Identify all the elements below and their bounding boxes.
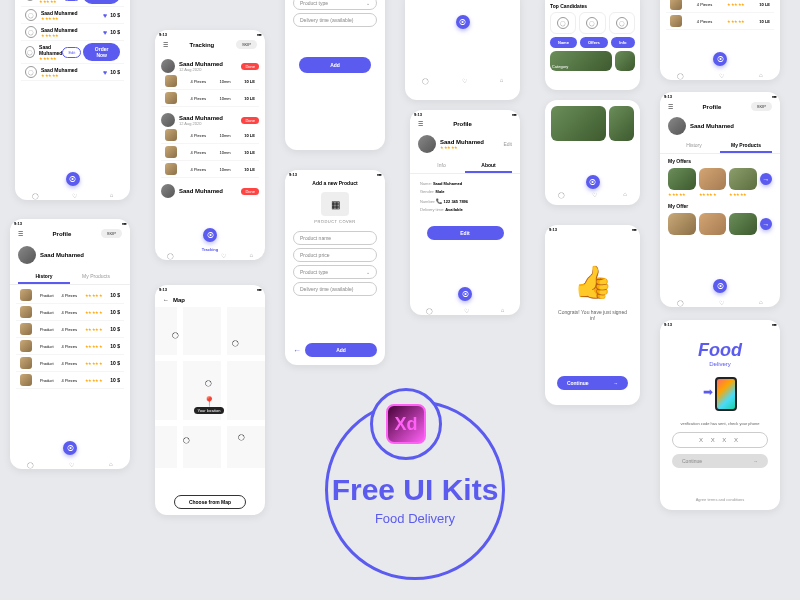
menu-icon[interactable]: ☰: [163, 41, 168, 48]
edit-button[interactable]: Edit: [62, 0, 81, 1]
location-fab[interactable]: ⦿: [713, 279, 727, 293]
add-button[interactable]: Add: [299, 57, 370, 73]
bottom-nav: ◯ ♡ ⌂: [10, 459, 130, 469]
product-thumb[interactable]: [729, 213, 757, 235]
candidate-card[interactable]: [609, 12, 635, 34]
location-fab[interactable]: ⦿: [66, 172, 80, 186]
heart-icon[interactable]: ♡: [592, 191, 597, 198]
home-icon[interactable]: ⌂: [109, 461, 113, 467]
heart-icon[interactable]: ♥: [103, 12, 107, 19]
tab-products[interactable]: My Products: [720, 139, 772, 153]
name-input[interactable]: Product name: [293, 231, 377, 245]
user-icon[interactable]: ◯: [167, 252, 174, 259]
rating-stars: ★★★★★: [39, 56, 62, 61]
home-icon[interactable]: ⌂: [501, 307, 505, 313]
heart-icon[interactable]: ♥: [103, 69, 107, 76]
col: 4 Pieces: [191, 150, 206, 155]
heart-icon[interactable]: ♡: [719, 299, 724, 306]
tab-about[interactable]: About: [465, 159, 512, 173]
choose-map-button[interactable]: Choose from Map: [174, 495, 246, 509]
user-icon[interactable]: ◯: [422, 77, 429, 84]
location-fab[interactable]: ⦿: [458, 287, 472, 301]
edit-button[interactable]: Edit: [62, 47, 81, 58]
continue-button[interactable]: Continue→: [557, 376, 628, 390]
tab[interactable]: Name: [550, 37, 577, 48]
user-icon[interactable]: ◯: [27, 461, 34, 468]
next-icon[interactable]: →: [760, 173, 772, 185]
phone-icon: [715, 377, 737, 411]
delivery-input[interactable]: Delivery time (available): [293, 13, 377, 27]
tab-history[interactable]: History: [18, 270, 70, 284]
edit-button[interactable]: Edit: [427, 226, 504, 240]
candidate-card[interactable]: [579, 12, 605, 34]
delivery-input[interactable]: Delivery time (available): [293, 282, 377, 296]
tab[interactable]: Offers: [580, 37, 608, 48]
heart-icon[interactable]: ♡: [464, 307, 469, 314]
tab-info[interactable]: Info: [418, 159, 465, 173]
tab-products[interactable]: My Products: [70, 270, 122, 284]
heart-icon[interactable]: ♥: [103, 29, 107, 36]
price-input[interactable]: Product price: [293, 248, 377, 262]
skip-button[interactable]: SKIP: [101, 229, 122, 238]
page-title: Tracking: [190, 42, 215, 48]
type-select[interactable]: Product type⌄: [293, 0, 377, 10]
order-row: 4 Pieces 10mm 10 LE: [161, 73, 259, 90]
user-icon[interactable]: ◯: [32, 192, 39, 199]
image-placeholder-icon[interactable]: ▦: [321, 192, 349, 216]
next-icon[interactable]: →: [760, 218, 772, 230]
back-icon[interactable]: ←: [293, 346, 301, 355]
menu-icon[interactable]: ☰: [418, 120, 423, 127]
product-thumb[interactable]: [699, 168, 727, 190]
heart-icon[interactable]: ♡: [221, 252, 226, 259]
order-now-button[interactable]: Order Now: [83, 43, 120, 61]
edit-link[interactable]: Edit: [503, 141, 512, 147]
tab[interactable]: Info: [611, 37, 635, 48]
order-now-button[interactable]: Order Now: [83, 0, 120, 4]
col: 10 LE: [244, 133, 255, 138]
col: 4 Pieces: [191, 79, 206, 84]
user-icon[interactable]: ◯: [677, 299, 684, 306]
heart-icon[interactable]: ♡: [69, 461, 74, 468]
product-thumb[interactable]: [668, 168, 696, 190]
back-icon[interactable]: ←: [163, 297, 169, 303]
product-thumb[interactable]: [699, 213, 727, 235]
location-fab[interactable]: ⦿: [713, 52, 727, 66]
col: 4 Pieces: [191, 133, 206, 138]
user-icon[interactable]: ◯: [558, 191, 565, 198]
tab-history[interactable]: History: [668, 139, 720, 153]
home-icon[interactable]: ⌂: [759, 299, 763, 305]
menu-icon[interactable]: ☰: [668, 103, 673, 110]
home-icon[interactable]: ⌂: [759, 72, 763, 78]
map-marker-icon: ◯: [183, 436, 190, 443]
arrow-right-icon: ➡: [703, 385, 713, 399]
type-select[interactable]: Product type⌄: [293, 265, 377, 279]
product-thumb[interactable]: [668, 213, 696, 235]
location-fab[interactable]: ⦿: [456, 15, 470, 29]
code-input[interactable]: X X X X: [672, 432, 768, 448]
product-thumb[interactable]: [729, 168, 757, 190]
candidate-card[interactable]: [550, 12, 576, 34]
heart-icon[interactable]: ♡: [462, 77, 467, 84]
user-icon[interactable]: ◯: [677, 72, 684, 79]
add-button[interactable]: Add: [305, 343, 377, 357]
heart-icon[interactable]: ♡: [72, 192, 77, 199]
home-icon[interactable]: ⌂: [250, 252, 254, 258]
thumbs-up-icon: 👍: [545, 263, 640, 301]
bottom-nav: ◯ ♡ ⌂: [405, 75, 520, 85]
location-fab[interactable]: ⦿: [63, 441, 77, 455]
location-fab[interactable]: ⦿: [203, 228, 217, 242]
menu-icon[interactable]: ☰: [18, 230, 23, 237]
map[interactable]: ◯ ◯ ◯ ◯ ◯ 📍 Your location: [155, 307, 265, 468]
home-icon[interactable]: ⌂: [500, 77, 504, 83]
home-icon[interactable]: ⌂: [623, 191, 627, 197]
skip-button[interactable]: SKIP: [236, 40, 257, 49]
heart-icon[interactable]: ♡: [719, 72, 724, 79]
skip-button[interactable]: SKIP: [751, 102, 772, 111]
user-icon[interactable]: ◯: [426, 307, 433, 314]
continue-button[interactable]: Continue→: [672, 454, 768, 468]
location-fab[interactable]: ⦿: [586, 175, 600, 189]
bottom-nav: ◯ ♡ ⌂: [660, 297, 780, 307]
screen-profile-products: 9:13 ☰ Profile SKIP Saad Muhamed History…: [660, 92, 780, 307]
terms-link[interactable]: Agree terms and conditions: [660, 497, 780, 502]
home-icon[interactable]: ⌂: [110, 192, 114, 198]
